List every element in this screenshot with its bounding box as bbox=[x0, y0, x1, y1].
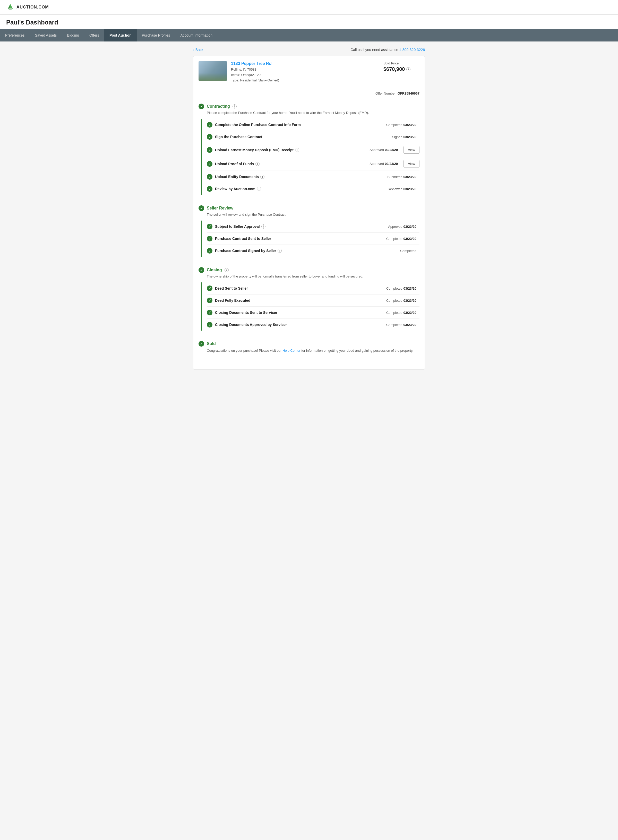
back-bar: ‹ Back Call us if you need assistance 1-… bbox=[193, 46, 425, 56]
contracting-task-3-status: Approved 03/23/20 bbox=[357, 162, 398, 166]
closing-title: Closing bbox=[207, 268, 222, 273]
task-row: Upload Earnest Money Deposit (EMD) Recei… bbox=[207, 143, 419, 157]
task-row: Subject to Seller ApprovaliApproved 03/2… bbox=[207, 220, 419, 233]
contracting-task-1-name: Sign the Purchase Contract bbox=[215, 135, 373, 139]
property-type: Type: Residential (Bank-Owned) bbox=[231, 78, 379, 83]
contracting-header: Contractingi bbox=[199, 104, 419, 109]
task-row: Deed Fully ExecutedCompleted 03/23/20 bbox=[207, 295, 419, 307]
closing-task-3-name: Closing Documents Approved by Servicer bbox=[215, 323, 373, 327]
contracting-task-5-status: Reviewed 03/23/20 bbox=[375, 187, 416, 191]
nav-bar: PreferencesSaved AssetsBiddingOffersPost… bbox=[0, 29, 618, 42]
sold-price-info-icon[interactable]: i bbox=[406, 67, 410, 71]
closing-task-3-status: Completed 03/23/20 bbox=[375, 323, 416, 327]
seller-review-task-2-status: Completed bbox=[375, 249, 416, 253]
closing-task-0-name: Deed Sent to Seller bbox=[215, 286, 373, 290]
contracting-task-4-check-icon bbox=[207, 174, 212, 180]
seller-review-task-0-name: Subject to Seller Approvali bbox=[215, 225, 373, 229]
help-center-link[interactable]: Help Center bbox=[282, 349, 300, 353]
page-title: Paul's Dashboard bbox=[6, 19, 612, 26]
header: AUCTION.COM bbox=[0, 0, 618, 15]
seller-review-header: Seller Review bbox=[199, 206, 419, 211]
contracting-task-4-info-icon[interactable]: i bbox=[260, 175, 264, 179]
task-row: Purchase Contract Signed by SelleriCompl… bbox=[207, 245, 419, 257]
nav-item-preferences[interactable]: Preferences bbox=[0, 29, 30, 42]
nav-item-bidding[interactable]: Bidding bbox=[62, 29, 84, 42]
seller-review-task-2-check-icon bbox=[207, 248, 212, 253]
contracting-description: Please complete the Purchase Contract fo… bbox=[199, 111, 419, 115]
seller-review-task-1-name: Purchase Contract Sent to Seller bbox=[215, 237, 373, 241]
closing-info-icon[interactable]: i bbox=[224, 268, 229, 272]
closing-task-2-status: Completed 03/23/20 bbox=[375, 311, 416, 314]
sold-price: $670,900 i bbox=[383, 66, 419, 72]
contracting-task-3-view-button[interactable]: View bbox=[404, 160, 419, 167]
contracting-task-2-view-button[interactable]: View bbox=[404, 146, 419, 153]
seller-review-task-0-info-icon[interactable]: i bbox=[261, 225, 266, 229]
contracting-task-2-check-icon bbox=[207, 147, 212, 153]
contracting-task-2-status: Approved 03/23/20 bbox=[357, 148, 398, 152]
contracting-title: Contracting bbox=[207, 104, 230, 109]
nav-item-purchase-profiles[interactable]: Purchase Profiles bbox=[137, 29, 175, 42]
footer-line bbox=[199, 364, 419, 364]
contracting-info-icon[interactable]: i bbox=[233, 104, 237, 109]
contracting-task-2-name: Upload Earnest Money Deposit (EMD) Recei… bbox=[215, 148, 354, 152]
seller-review-check-icon bbox=[199, 206, 204, 211]
contracting-task-4-status: Submitted 03/23/20 bbox=[375, 175, 416, 179]
phone-link[interactable]: 1-800-320-3226 bbox=[399, 48, 425, 52]
back-link[interactable]: ‹ Back bbox=[193, 48, 204, 52]
task-row: Review by Auction.comiReviewed 03/23/20 bbox=[207, 183, 419, 195]
closing-task-2-name: Closing Documents Sent to Servicer bbox=[215, 310, 373, 314]
contracting-task-3-info-icon[interactable]: i bbox=[256, 162, 260, 166]
closing-timeline: Deed Sent to SellerCompleted 03/23/20Dee… bbox=[199, 282, 419, 331]
task-row: Purchase Contract Sent to SellerComplete… bbox=[207, 233, 419, 245]
sold-price-section: Sold Price $670,900 i bbox=[383, 61, 419, 72]
task-row: Sign the Purchase ContractSigned 03/23/2… bbox=[207, 131, 419, 143]
property-card: 1133 Pepper Tree Rd Rollins, IN 70583 It… bbox=[193, 56, 425, 369]
help-text: Call us if you need assistance 1-800-320… bbox=[351, 48, 425, 52]
nav-item-account-information[interactable]: Account Information bbox=[175, 29, 218, 42]
task-row: Closing Documents Approved by ServicerCo… bbox=[207, 319, 419, 331]
logo-container: AUCTION.COM bbox=[6, 3, 49, 11]
sold-section: Sold Congratulations on your purchase! P… bbox=[199, 336, 419, 359]
sold-section-title: Sold bbox=[207, 341, 216, 346]
logo-text: AUCTION.COM bbox=[16, 5, 49, 9]
property-image bbox=[199, 61, 227, 80]
closing-task-1-name: Deed Fully Executed bbox=[215, 298, 373, 302]
contracting-task-2-info-icon[interactable]: i bbox=[295, 148, 299, 152]
task-row: Complete the Online Purchase Contract In… bbox=[207, 119, 419, 131]
contracting-task-3-check-icon bbox=[207, 161, 212, 167]
sections-container: ContractingiPlease complete the Purchase… bbox=[199, 98, 419, 336]
seller-review-description: The seller will review and sign the Purc… bbox=[199, 213, 419, 216]
task-row: Deed Sent to SellerCompleted 03/23/20 bbox=[207, 282, 419, 295]
closing-header: Closingi bbox=[199, 267, 419, 273]
property-city-state: Rollins, IN 70583 bbox=[231, 67, 379, 72]
property-address[interactable]: 1133 Pepper Tree Rd bbox=[231, 61, 379, 66]
contracting-task-5-info-icon[interactable]: i bbox=[257, 187, 261, 191]
contracting-task-5-name: Review by Auction.comi bbox=[215, 187, 373, 191]
seller-review-task-1-check-icon bbox=[207, 236, 212, 241]
nav-item-offers[interactable]: Offers bbox=[84, 29, 104, 42]
seller-review-timeline: Subject to Seller ApprovaliApproved 03/2… bbox=[199, 220, 419, 257]
closing-task-0-check-icon bbox=[207, 286, 212, 291]
offer-number: Offer Number: OFR35846667 bbox=[199, 91, 419, 95]
contracting-task-1-check-icon bbox=[207, 134, 212, 140]
contracting-timeline: Complete the Online Purchase Contract In… bbox=[199, 119, 419, 195]
contracting-task-1-status: Signed 03/23/20 bbox=[375, 135, 416, 139]
closing-description: The ownership of the property will be fo… bbox=[199, 274, 419, 278]
task-row: Closing Documents Sent to ServicerComple… bbox=[207, 307, 419, 319]
sold-check-icon bbox=[199, 341, 204, 347]
contracting-task-4-name: Upload Entity Documentsi bbox=[215, 175, 373, 179]
contracting-task-5-check-icon bbox=[207, 186, 212, 192]
offer-number-value: OFR35846667 bbox=[398, 91, 419, 95]
dashboard-title-bar: Paul's Dashboard bbox=[0, 15, 618, 29]
closing-task-3-check-icon bbox=[207, 322, 212, 328]
auction-logo-icon bbox=[6, 3, 15, 11]
nav-item-saved-assets[interactable]: Saved Assets bbox=[30, 29, 62, 42]
nav-item-post-auction[interactable]: Post Auction bbox=[104, 29, 137, 42]
contracting-task-0-status: Completed 03/23/20 bbox=[375, 123, 416, 127]
contracting-task-0-check-icon bbox=[207, 122, 212, 128]
closing-task-0-status: Completed 03/23/20 bbox=[375, 286, 416, 290]
seller-review-task-2-info-icon[interactable]: i bbox=[278, 249, 282, 253]
contracting-task-3-name: Upload Proof of Fundsi bbox=[215, 162, 354, 166]
property-details: 1133 Pepper Tree Rd Rollins, IN 70583 It… bbox=[231, 61, 379, 83]
seller-review-task-0-status: Approved 03/23/20 bbox=[375, 225, 416, 229]
